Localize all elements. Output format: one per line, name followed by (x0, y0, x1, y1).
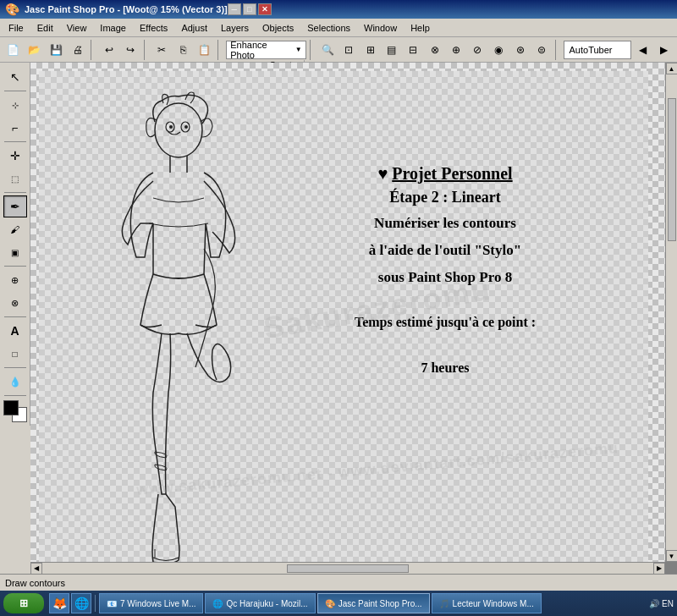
canvas-scroll[interactable]: ♥ Projet Personnel Étape 2 : Lineart Num… (30, 63, 665, 562)
title-text: Jasc Paint Shop Pro - [Woot@ 15% (Vector… (25, 4, 228, 14)
menu-objects[interactable]: Objects (256, 21, 300, 35)
move-tool-button[interactable]: ✛ (3, 145, 27, 167)
autotuber-next[interactable]: ▶ (654, 40, 674, 60)
tool8-button[interactable]: ◉ (489, 40, 509, 60)
taskbar-sep1 (95, 595, 96, 612)
statusbar: Draw contours (0, 574, 677, 591)
paint-tool-button[interactable]: 🖌 (3, 218, 27, 240)
fill-tool-button[interactable]: ▣ (3, 241, 27, 263)
side-sep5 (4, 316, 26, 317)
menu-image[interactable]: Image (93, 21, 133, 35)
tool9-button[interactable]: ⊛ (510, 40, 530, 60)
copy-button[interactable]: ⎘ (173, 40, 193, 60)
tool2-button[interactable]: ⊞ (361, 40, 380, 60)
artwork: ♥ Projet Personnel Étape 2 : Lineart Num… (39, 71, 648, 562)
hscroll-track[interactable] (42, 564, 653, 573)
clock-display: 🔊 EN (649, 599, 674, 608)
print-button[interactable]: 🖨 (68, 40, 87, 60)
taskbar-firefox-tab[interactable]: 🌐 Qc Harajuku - Mozil... (205, 593, 315, 613)
taskbar-windows-live[interactable]: 📧 7 Windows Live M... (99, 593, 203, 613)
minimize-button[interactable]: ─ (228, 3, 241, 15)
svg-point-3 (169, 125, 173, 129)
side-sep6 (4, 367, 26, 368)
vscroll-up-button[interactable]: ▲ (666, 63, 678, 74)
taskbar-media-player[interactable]: 🎵 Lecteur Windows M... (432, 593, 542, 613)
main-toolbar: 📄 📂 💾 🖨 ↩ ↪ ✂ ⎘ 📋 Enhance Photo ▼ 🔍 ⊡ ⊞ … (0, 37, 677, 63)
enhance-photo-dropdown[interactable]: Enhance Photo ▼ (226, 41, 305, 59)
taskbar-firefox-tab-icon: 🌐 (212, 599, 223, 608)
side-sep7 (4, 395, 26, 396)
color-dropper-button[interactable]: 💧 (3, 371, 27, 393)
cut-button[interactable]: ✂ (151, 40, 171, 60)
menu-adjust[interactable]: Adjust (174, 21, 214, 35)
maximize-button[interactable]: □ (243, 3, 256, 15)
undo-button[interactable]: ↩ (99, 40, 118, 60)
hscroll-right-button[interactable]: ▶ (653, 563, 665, 575)
time-line1: Temps estimé jusqu'à ce point : (276, 312, 614, 333)
side-sep1 (4, 91, 26, 91)
canvas-content: ♥ Projet Personnel Étape 2 : Lineart Num… (30, 63, 665, 562)
tool10-button[interactable]: ⊜ (531, 40, 551, 60)
menu-window[interactable]: Window (357, 21, 404, 35)
clone-tool-button[interactable]: ⊕ (3, 269, 27, 291)
enhance-photo-label: Enhance Photo (230, 40, 291, 60)
tool5-button[interactable]: ⊗ (425, 40, 444, 60)
hscroll-left-button[interactable]: ◀ (30, 563, 42, 575)
svg-point-4 (184, 125, 188, 129)
menu-file[interactable]: File (2, 21, 30, 35)
new-button[interactable]: 📄 (3, 40, 23, 60)
vscroll-down-button[interactable]: ▼ (666, 550, 678, 562)
taskbar-ie-icon[interactable]: 🌐 (71, 593, 91, 613)
horizontal-scrollbar[interactable]: ◀ ▶ (30, 562, 665, 574)
menu-help[interactable]: Help (404, 21, 437, 35)
canvas-text-area: ♥ Projet Personnel Étape 2 : Lineart Num… (276, 164, 614, 378)
vscroll-track[interactable] (668, 74, 676, 550)
save-button[interactable]: 💾 (47, 40, 66, 60)
sep1 (91, 40, 96, 60)
menu-effects[interactable]: Effects (133, 21, 174, 35)
start-label: ⊞ (19, 597, 28, 609)
shape-tool-button[interactable]: □ (3, 343, 27, 365)
paste-button[interactable]: 📋 (195, 40, 214, 60)
open-button[interactable]: 📂 (25, 40, 44, 60)
arrow-tool-button[interactable]: ↖ (3, 66, 27, 88)
zoom-in-button[interactable]: 🔍 (317, 40, 337, 60)
pen-tool-button[interactable]: ✒ (3, 195, 27, 217)
select-tool-button[interactable]: ⬚ (3, 168, 27, 190)
sep2 (144, 40, 149, 60)
crop-tool-button[interactable]: ⌐ (3, 117, 27, 139)
color-swatches[interactable] (3, 400, 27, 422)
subtitle: Étape 2 : Lineart (276, 189, 614, 206)
vscroll-thumb[interactable] (668, 98, 676, 241)
taskbar-windows-live-icon: 📧 (107, 599, 117, 608)
tool7-button[interactable]: ⊘ (467, 40, 487, 60)
sep3 (217, 40, 223, 60)
body-line3: sous Paint Shop Pro 8 (276, 267, 614, 288)
enhance-photo-arrow: ▼ (295, 46, 302, 53)
text-tool-button[interactable]: A (3, 320, 27, 342)
start-button[interactable]: ⊞ (3, 593, 44, 613)
menu-layers[interactable]: Layers (214, 21, 256, 35)
tool3-button[interactable]: ▤ (382, 40, 401, 60)
tool4-button[interactable]: ⊟ (404, 40, 423, 60)
menu-selections[interactable]: Selections (300, 21, 357, 35)
tool1-button[interactable]: ⊡ (339, 40, 359, 60)
vertical-scrollbar[interactable]: ▲ ▼ (665, 63, 677, 562)
redo-button[interactable]: ↪ (120, 40, 140, 60)
title-heart: ♥ (377, 164, 388, 183)
menu-edit[interactable]: Edit (30, 21, 60, 35)
taskbar-firefox-icon[interactable]: 🦊 (49, 593, 69, 613)
taskbar-psp-tab[interactable]: 🎨 Jasc Paint Shop Pro... (317, 593, 430, 613)
close-button[interactable]: ✕ (258, 3, 272, 15)
retouch-tool-button[interactable]: ⊗ (3, 292, 27, 314)
side-sep3 (4, 192, 26, 193)
menu-view[interactable]: View (60, 21, 94, 35)
hscroll-thumb[interactable] (287, 564, 409, 573)
taskbar-windows-live-label: 7 Windows Live M... (120, 599, 195, 608)
deform-tool-button[interactable]: ⊹ (3, 94, 27, 116)
side-sep4 (4, 266, 26, 267)
autotuber-prev[interactable]: ◀ (633, 40, 652, 60)
manga-svg (85, 88, 280, 562)
menubar: File Edit View Image Effects Adjust Laye… (0, 19, 677, 37)
tool6-button[interactable]: ⊕ (446, 40, 465, 60)
